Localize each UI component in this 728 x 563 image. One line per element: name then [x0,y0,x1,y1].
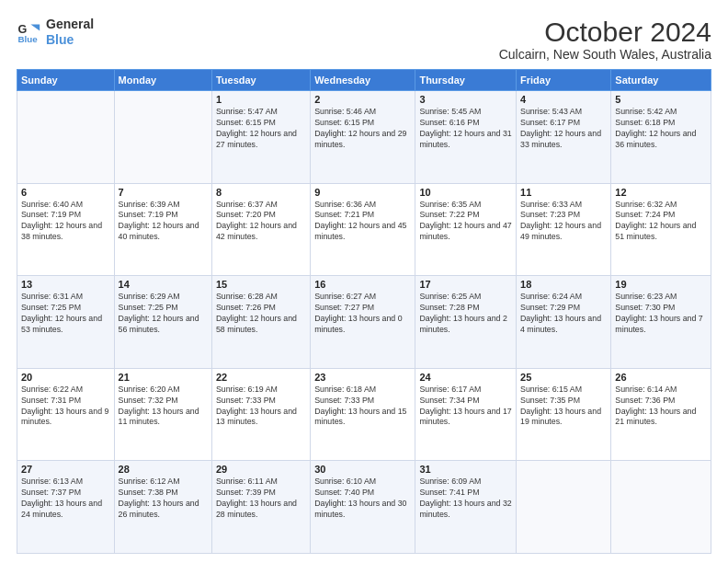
day-info: Sunrise: 5:42 AM Sunset: 6:18 PM Dayligh… [615,107,707,151]
day-number: 19 [615,279,707,290]
day-cell: 8Sunrise: 6:37 AM Sunset: 7:20 PM Daylig… [211,183,310,276]
day-cell: 26Sunrise: 6:14 AM Sunset: 7:36 PM Dayli… [611,368,711,461]
day-cell: 13Sunrise: 6:31 AM Sunset: 7:25 PM Dayli… [17,276,115,369]
day-cell: 30Sunrise: 6:10 AM Sunset: 7:40 PM Dayli… [311,461,415,554]
day-info: Sunrise: 5:46 AM Sunset: 6:15 PM Dayligh… [314,107,411,151]
day-number: 14 [119,279,208,290]
day-number: 10 [419,187,512,198]
day-info: Sunrise: 6:39 AM Sunset: 7:19 PM Dayligh… [119,200,208,244]
day-info: Sunrise: 6:10 AM Sunset: 7:40 PM Dayligh… [314,477,411,521]
page: G Blue General Blue October 2024 Culcair… [0,0,728,563]
day-cell: 2Sunrise: 5:46 AM Sunset: 6:15 PM Daylig… [311,91,415,184]
day-info: Sunrise: 6:33 AM Sunset: 7:23 PM Dayligh… [520,200,607,244]
day-number: 17 [419,279,512,290]
day-header-wednesday: Wednesday [311,70,415,91]
page-subtitle: Culcairn, New South Wales, Australia [499,47,711,62]
day-info: Sunrise: 6:22 AM Sunset: 7:31 PM Dayligh… [21,385,110,429]
day-info: Sunrise: 6:23 AM Sunset: 7:30 PM Dayligh… [615,292,707,336]
day-cell [17,91,115,184]
day-cell: 7Sunrise: 6:39 AM Sunset: 7:19 PM Daylig… [114,183,211,276]
week-row-4: 27Sunrise: 6:13 AM Sunset: 7:37 PM Dayli… [17,461,711,554]
day-cell: 25Sunrise: 6:15 AM Sunset: 7:35 PM Dayli… [517,368,611,461]
week-row-2: 13Sunrise: 6:31 AM Sunset: 7:25 PM Dayli… [17,276,711,369]
svg-marker-1 [30,24,40,30]
logo-line1: General [46,17,94,32]
day-info: Sunrise: 5:43 AM Sunset: 6:17 PM Dayligh… [520,107,607,151]
day-number: 5 [615,94,707,105]
svg-text:Blue: Blue [17,34,38,44]
day-cell: 23Sunrise: 6:18 AM Sunset: 7:33 PM Dayli… [311,368,415,461]
day-info: Sunrise: 6:15 AM Sunset: 7:35 PM Dayligh… [520,385,607,429]
day-cell: 9Sunrise: 6:36 AM Sunset: 7:21 PM Daylig… [311,183,415,276]
day-info: Sunrise: 6:37 AM Sunset: 7:20 PM Dayligh… [216,200,306,244]
logo-icon: G Blue [17,19,42,45]
week-row-1: 6Sunrise: 6:40 AM Sunset: 7:19 PM Daylig… [17,183,711,276]
day-header-thursday: Thursday [415,70,517,91]
day-number: 18 [520,279,607,290]
day-number: 20 [21,372,110,383]
day-number: 15 [216,279,306,290]
day-info: Sunrise: 6:29 AM Sunset: 7:25 PM Dayligh… [119,292,208,336]
day-number: 27 [21,464,110,475]
day-info: Sunrise: 6:32 AM Sunset: 7:24 PM Dayligh… [615,200,707,244]
day-info: Sunrise: 6:14 AM Sunset: 7:36 PM Dayligh… [615,385,707,429]
day-info: Sunrise: 6:09 AM Sunset: 7:41 PM Dayligh… [419,477,512,521]
day-number: 25 [520,372,607,383]
day-number: 9 [314,187,411,198]
day-header-friday: Friday [517,70,611,91]
day-number: 30 [314,464,411,475]
day-info: Sunrise: 6:12 AM Sunset: 7:38 PM Dayligh… [119,477,208,521]
day-cell: 17Sunrise: 6:25 AM Sunset: 7:28 PM Dayli… [415,276,517,369]
day-cell [611,461,711,554]
day-cell: 4Sunrise: 5:43 AM Sunset: 6:17 PM Daylig… [517,91,611,184]
day-header-monday: Monday [114,70,211,91]
day-number: 24 [419,372,512,383]
day-number: 21 [119,372,208,383]
week-row-3: 20Sunrise: 6:22 AM Sunset: 7:31 PM Dayli… [17,368,711,461]
day-cell: 11Sunrise: 6:33 AM Sunset: 7:23 PM Dayli… [517,183,611,276]
day-cell: 27Sunrise: 6:13 AM Sunset: 7:37 PM Dayli… [17,461,115,554]
day-number: 12 [615,187,707,198]
day-cell: 18Sunrise: 6:24 AM Sunset: 7:29 PM Dayli… [517,276,611,369]
day-info: Sunrise: 5:45 AM Sunset: 6:16 PM Dayligh… [419,107,512,151]
day-cell: 14Sunrise: 6:29 AM Sunset: 7:25 PM Dayli… [114,276,211,369]
day-info: Sunrise: 6:25 AM Sunset: 7:28 PM Dayligh… [419,292,512,336]
day-number: 2 [314,94,411,105]
day-number: 1 [216,94,306,105]
day-cell: 24Sunrise: 6:17 AM Sunset: 7:34 PM Dayli… [415,368,517,461]
logo-line2: Blue [46,32,94,48]
day-number: 8 [216,187,306,198]
page-title: October 2024 [499,17,711,47]
day-cell [517,461,611,554]
day-number: 13 [21,279,110,290]
day-header-saturday: Saturday [611,70,711,91]
day-info: Sunrise: 6:13 AM Sunset: 7:37 PM Dayligh… [21,477,110,521]
day-cell: 21Sunrise: 6:20 AM Sunset: 7:32 PM Dayli… [114,368,211,461]
day-cell: 3Sunrise: 5:45 AM Sunset: 6:16 PM Daylig… [415,91,517,184]
day-cell: 16Sunrise: 6:27 AM Sunset: 7:27 PM Dayli… [311,276,415,369]
day-number: 28 [119,464,208,475]
day-info: Sunrise: 6:40 AM Sunset: 7:19 PM Dayligh… [21,200,110,244]
header-row: SundayMondayTuesdayWednesdayThursdayFrid… [17,70,711,91]
day-number: 3 [419,94,512,105]
logo: G Blue General Blue [17,17,94,48]
day-info: Sunrise: 6:18 AM Sunset: 7:33 PM Dayligh… [314,385,411,429]
day-info: Sunrise: 5:47 AM Sunset: 6:15 PM Dayligh… [216,107,306,151]
day-cell: 28Sunrise: 6:12 AM Sunset: 7:38 PM Dayli… [114,461,211,554]
day-number: 6 [21,187,110,198]
day-cell: 22Sunrise: 6:19 AM Sunset: 7:33 PM Dayli… [211,368,310,461]
day-number: 29 [216,464,306,475]
day-cell: 19Sunrise: 6:23 AM Sunset: 7:30 PM Dayli… [611,276,711,369]
day-cell: 10Sunrise: 6:35 AM Sunset: 7:22 PM Dayli… [415,183,517,276]
day-info: Sunrise: 6:24 AM Sunset: 7:29 PM Dayligh… [520,292,607,336]
day-cell [114,91,211,184]
day-cell: 1Sunrise: 5:47 AM Sunset: 6:15 PM Daylig… [211,91,310,184]
day-number: 16 [314,279,411,290]
title-block: October 2024 Culcairn, New South Wales, … [499,17,711,62]
calendar-table: SundayMondayTuesdayWednesdayThursdayFrid… [17,69,711,554]
day-header-sunday: Sunday [17,70,115,91]
day-number: 4 [520,94,607,105]
day-cell: 31Sunrise: 6:09 AM Sunset: 7:41 PM Dayli… [415,461,517,554]
day-number: 22 [216,372,306,383]
day-header-tuesday: Tuesday [211,70,310,91]
